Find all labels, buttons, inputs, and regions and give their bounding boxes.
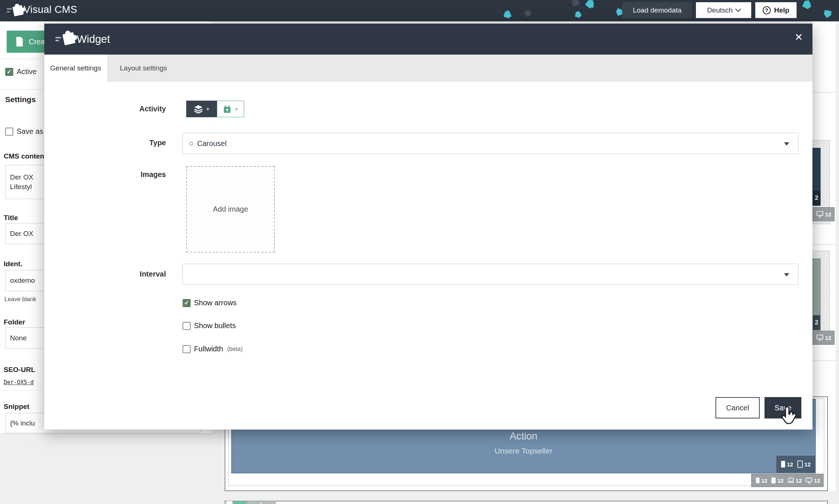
puzzle-decoration-icon	[585, 0, 594, 9]
interval-select[interactable]	[183, 264, 798, 285]
badge-value: 12	[761, 477, 767, 484]
carousel-type-icon: ○	[189, 139, 194, 148]
cancel-button[interactable]: Cancel	[715, 397, 760, 418]
save-as-checkbox-label: Save as	[17, 127, 43, 136]
device-badge-bar: 12 12 12 12	[751, 474, 824, 487]
background-widget-image: 2	[812, 258, 821, 330]
activity-label: Activity	[96, 105, 166, 113]
background-widget-block: 2	[812, 251, 830, 342]
fullwidth-label: Fullwidth	[194, 345, 223, 353]
save-as-checkbox[interactable]: ✓	[5, 128, 13, 136]
chevron-down-icon	[735, 6, 741, 12]
phone-badge: 12	[756, 477, 767, 484]
monitor-badge: 12	[805, 477, 820, 484]
tablet-badge: 12	[771, 477, 784, 484]
plus-icon: +	[235, 105, 238, 113]
type-label: Type	[96, 139, 166, 147]
cancel-button-label: Cancel	[726, 404, 749, 412]
puzzle-decoration-icon	[503, 11, 511, 19]
monitor-badge-value: 12	[825, 211, 831, 218]
seo-url-link[interactable]: Der-OX5-d	[4, 379, 34, 386]
puzzle-decoration-icon	[572, 0, 579, 7]
save-as-checkbox-row[interactable]: ✓ Save as	[5, 127, 43, 136]
action-banner-subtitle: Unsere Topseller	[232, 446, 815, 455]
action-banner-title: Action	[232, 431, 815, 442]
monitor-icon	[816, 211, 824, 218]
monitor-icon	[805, 477, 812, 484]
fullwidth-checkbox-row[interactable]: ✓ Fullwidth (beta)	[183, 345, 243, 353]
tab-label: Layout settings	[120, 64, 167, 72]
language-label: Deutsch	[707, 6, 733, 14]
tablet-badge: 12	[797, 460, 811, 468]
logo-speed-lines-icon	[55, 37, 61, 41]
tab-label: General settings	[50, 64, 101, 72]
puzzle-decoration-icon	[575, 12, 581, 18]
tab-layout-settings[interactable]: Layout settings	[120, 55, 167, 82]
mini-tab	[262, 501, 275, 504]
mini-tab	[247, 501, 261, 504]
active-checkbox-label: Active	[17, 67, 37, 76]
monitor-badge: 12	[816, 334, 831, 341]
close-icon[interactable]: ✕	[794, 32, 803, 42]
add-image-dropzone[interactable]: Add image	[186, 166, 275, 253]
calendar-plus-icon	[223, 105, 232, 114]
show-arrows-checkbox[interactable]: ✓	[183, 299, 191, 307]
phone-badge: 12	[781, 460, 793, 468]
tablet-icon	[797, 460, 803, 468]
settings-heading: Settings	[5, 95, 36, 104]
help-button[interactable]: ? Help	[755, 2, 797, 18]
mini-tab	[226, 501, 233, 504]
language-dropdown[interactable]: Deutsch	[696, 2, 751, 18]
snippet-label: Snippet	[4, 403, 30, 411]
seo-url-label: SEO-URL	[4, 366, 35, 374]
app-title: Visual CMS	[24, 4, 77, 15]
modal-header: Widget ✕	[44, 24, 812, 55]
ident-label: Ident.	[4, 260, 22, 268]
badge-value: 12	[814, 477, 820, 484]
monitor-badge-value: 12	[825, 335, 831, 341]
logo-speed-lines-icon	[7, 8, 12, 13]
badge-value: 12	[804, 461, 811, 467]
show-bullets-checkbox[interactable]: ✓	[183, 322, 191, 330]
phone-icon	[756, 477, 760, 484]
snippet-value: {% inclu	[10, 419, 35, 427]
add-image-label: Add image	[213, 205, 248, 213]
help-label: Help	[774, 6, 789, 14]
widget-modal: Widget ✕ General settings Layout setting…	[44, 24, 812, 430]
active-checkbox-row[interactable]: ✓ Active	[5, 67, 37, 76]
file-icon	[15, 37, 24, 46]
check-icon: ✓	[184, 300, 189, 306]
show-bullets-checkbox-row[interactable]: ✓ Show bullets	[183, 321, 236, 330]
show-arrows-label: Show arrows	[194, 299, 237, 307]
page-gutter	[836, 21, 839, 504]
puzzle-decoration-icon	[524, 10, 531, 17]
type-select[interactable]: ○ Carousel	[183, 133, 798, 154]
badge-value: 12	[796, 477, 802, 484]
mini-tab	[233, 501, 247, 504]
help-icon: ?	[763, 6, 771, 14]
topbar: Visual CMS Load demodata Deutsch ? Help	[0, 0, 839, 21]
folder-label: Folder	[4, 318, 25, 326]
monitor-icon	[816, 334, 824, 341]
monitor-badge: 12	[816, 211, 831, 218]
show-arrows-checkbox-row[interactable]: ✓ Show arrows	[183, 299, 237, 307]
load-demodata-button[interactable]: Load demodata	[622, 2, 692, 18]
device-badge-bar: 12	[812, 207, 835, 221]
activity-calendar-button[interactable]: +	[217, 101, 244, 117]
puzzle-decoration-icon	[824, 10, 832, 18]
laptop-icon	[787, 477, 794, 483]
title-label: Title	[4, 214, 18, 222]
cms-content-line2: Lifestyl	[10, 183, 32, 191]
badge-value: 12	[777, 477, 784, 484]
title-value: Der OX	[10, 230, 33, 238]
tablet-icon	[771, 477, 776, 484]
device-badge-overlay: 12 12	[776, 456, 815, 473]
fullwidth-checkbox[interactable]: ✓	[183, 345, 191, 353]
ident-help-text: Leave blank	[4, 296, 36, 303]
app-logo-puzzle-icon	[13, 5, 24, 17]
tab-general-settings[interactable]: General settings	[44, 55, 107, 82]
widget-count-badge: 2	[815, 319, 818, 326]
activity-stack-button[interactable]: +	[186, 101, 217, 117]
active-checkbox[interactable]: ✓	[5, 68, 13, 76]
fullwidth-beta-suffix: (beta)	[227, 346, 243, 352]
